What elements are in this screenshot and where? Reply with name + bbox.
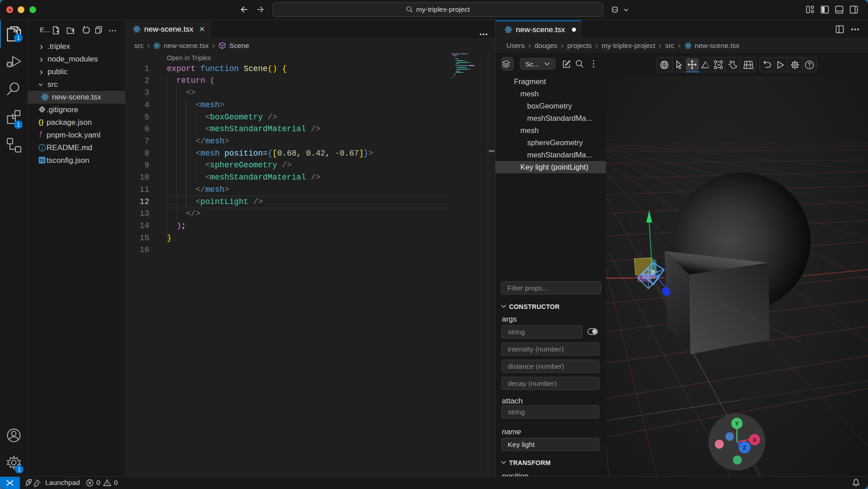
svg-text:TS: TS xyxy=(40,158,45,163)
svg-text:X: X xyxy=(753,437,756,443)
svg-text:Z: Z xyxy=(743,445,746,451)
svg-text:Y: Y xyxy=(735,421,739,427)
